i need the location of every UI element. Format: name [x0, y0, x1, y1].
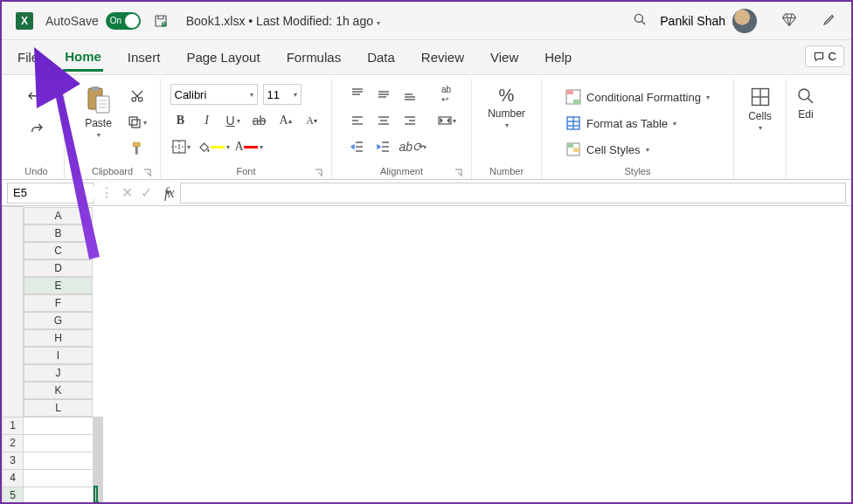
conditional-formatting-button[interactable]: Conditional Formatting▾: [565, 86, 710, 108]
column-header[interactable]: E: [24, 277, 93, 294]
decrease-indent-button[interactable]: [347, 136, 368, 157]
document-title[interactable]: Book1.xlsx • Last Modified: 1h ago ▾: [186, 14, 380, 28]
fx-icon[interactable]: fx: [164, 185, 175, 201]
svg-rect-51: [567, 143, 573, 148]
align-left-button[interactable]: [347, 110, 368, 131]
tab-page-layout[interactable]: Page Layout: [184, 45, 261, 70]
tab-file[interactable]: File: [16, 45, 40, 70]
align-bottom-button[interactable]: [399, 84, 420, 105]
increase-font-button[interactable]: A▴: [275, 110, 296, 131]
tab-formulas[interactable]: Formulas: [285, 45, 343, 70]
alignment-launcher[interactable]: [454, 168, 464, 178]
font-size-combo[interactable]: 11▾: [263, 84, 302, 105]
undo-button[interactable]: ▾: [26, 87, 47, 108]
borders-button[interactable]: ▾: [170, 136, 191, 157]
copy-button[interactable]: ▾: [127, 112, 148, 133]
row-header[interactable]: 3: [3, 452, 24, 469]
row-header[interactable]: 4: [3, 469, 24, 487]
tab-view[interactable]: View: [489, 45, 520, 70]
cell[interactable]: [24, 417, 94, 434]
autosave-toggle[interactable]: On: [106, 12, 141, 30]
cell[interactable]: [101, 434, 102, 452]
svg-rect-12: [132, 120, 140, 128]
group-alignment: ab↩ ▾ ab⟳▾ Alignment: [332, 79, 472, 179]
column-header[interactable]: J: [24, 364, 93, 382]
enter-formula-icon[interactable]: ✓: [138, 184, 154, 201]
wrap-text-button[interactable]: ab↩: [436, 84, 457, 105]
cell[interactable]: [24, 469, 94, 487]
save-icon[interactable]: [153, 13, 169, 29]
title-bar: X AutoSave On Book1.xlsx • Last Modified…: [2, 2, 851, 40]
cell[interactable]: [24, 434, 94, 452]
paste-button[interactable]: Paste▾: [78, 80, 120, 139]
cell[interactable]: [101, 469, 102, 487]
column-header[interactable]: I: [24, 347, 93, 364]
autosave-toggle-wrap: AutoSave On: [45, 12, 141, 30]
name-box[interactable]: ▾: [7, 183, 94, 204]
tab-data[interactable]: Data: [365, 45, 397, 70]
fill-color-button[interactable]: ▾: [197, 136, 230, 157]
avatar: [732, 9, 757, 33]
column-header[interactable]: L: [24, 399, 93, 417]
group-label-undo: Undo: [24, 166, 47, 176]
column-header[interactable]: D: [24, 259, 93, 277]
merge-center-button[interactable]: ▾: [436, 110, 457, 131]
format-painter-button[interactable]: [127, 138, 148, 159]
comments-button[interactable]: C: [805, 45, 844, 67]
pen-icon[interactable]: [822, 11, 837, 31]
cell[interactable]: [24, 487, 94, 502]
tab-review[interactable]: Review: [420, 45, 466, 70]
formula-bar: ▾ ⋮ ✕ ✓ fx: [2, 180, 851, 206]
format-as-table-button[interactable]: Format as Table▾: [565, 112, 676, 135]
align-middle-button[interactable]: [373, 84, 394, 105]
bold-button[interactable]: B: [170, 110, 191, 131]
diamond-icon[interactable]: [781, 11, 797, 31]
number-format-button[interactable]: % Number▾: [481, 80, 533, 129]
cell-styles-button[interactable]: Cell Styles▾: [565, 138, 648, 161]
formula-input[interactable]: [180, 183, 846, 204]
cell[interactable]: [24, 452, 94, 469]
column-header[interactable]: K: [24, 382, 93, 399]
tab-help[interactable]: Help: [543, 45, 573, 70]
cells-button[interactable]: Cells▾: [739, 80, 782, 132]
group-editing: Edi: [787, 79, 825, 179]
increase-indent-button[interactable]: [373, 136, 394, 157]
align-top-button[interactable]: [347, 84, 368, 105]
row-header[interactable]: 2: [3, 434, 24, 452]
column-header[interactable]: B: [24, 224, 93, 242]
cell[interactable]: [101, 452, 102, 469]
row-header[interactable]: 5: [3, 487, 24, 502]
orientation-button[interactable]: ab⟳▾: [399, 136, 427, 157]
underline-button[interactable]: U▾: [223, 110, 244, 131]
column-header[interactable]: A: [24, 207, 93, 224]
search-icon[interactable]: [632, 11, 648, 31]
tab-home[interactable]: Home: [63, 44, 103, 72]
column-header[interactable]: G: [24, 312, 93, 329]
strikethrough-button[interactable]: ab: [249, 110, 270, 131]
user-account[interactable]: Pankil Shah: [660, 9, 757, 33]
italic-button[interactable]: I: [197, 110, 218, 131]
font-launcher[interactable]: [314, 168, 324, 178]
column-header[interactable]: F: [24, 294, 93, 312]
group-cells: Cells▾: [734, 79, 787, 179]
group-label-alignment: Alignment: [380, 166, 423, 176]
decrease-font-button[interactable]: A▾: [302, 110, 322, 131]
cell[interactable]: [101, 487, 102, 502]
editing-button[interactable]: Edi: [788, 80, 823, 121]
align-right-button[interactable]: [399, 110, 420, 131]
align-center-button[interactable]: [373, 110, 394, 131]
cell[interactable]: [95, 487, 96, 502]
redo-button[interactable]: [26, 119, 47, 140]
svg-rect-44: [566, 90, 573, 94]
cell[interactable]: [101, 417, 102, 434]
tab-insert[interactable]: Insert: [126, 45, 163, 70]
font-color-button[interactable]: A▾: [235, 136, 263, 157]
cancel-formula-icon[interactable]: ✕: [119, 184, 135, 201]
cut-button[interactable]: [127, 86, 148, 107]
column-header[interactable]: H: [24, 329, 93, 347]
clipboard-launcher[interactable]: [142, 168, 153, 178]
column-header[interactable]: C: [24, 242, 93, 259]
font-name-combo[interactable]: Calibri▾: [170, 84, 258, 105]
spreadsheet-grid[interactable]: ABCDEFGHIJKL123456789101112: [2, 206, 851, 502]
row-header[interactable]: 1: [3, 417, 24, 434]
